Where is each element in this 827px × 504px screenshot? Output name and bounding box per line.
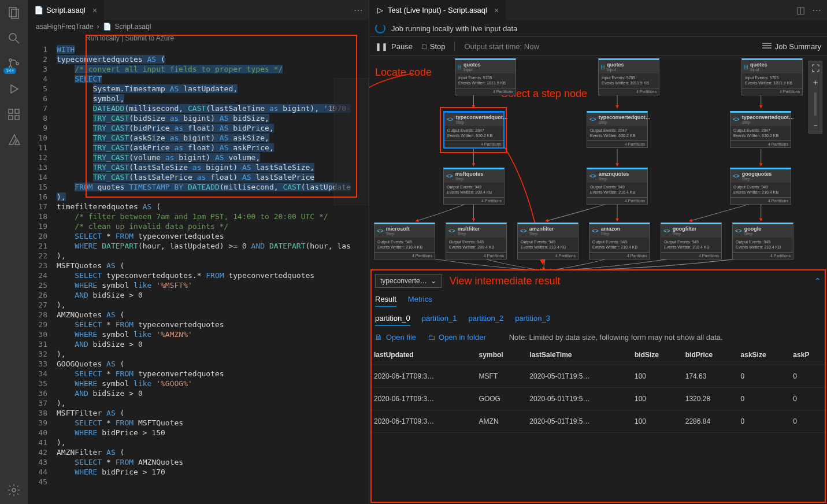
chevron-down-icon: ⌄ [431, 277, 436, 285]
annotation-locate: Locate code [375, 66, 432, 79]
stop-icon: □ [422, 42, 427, 51]
tab-partition-2[interactable]: partition_2 [468, 314, 503, 326]
explorer-icon[interactable] [7, 6, 21, 20]
tab-test-label: Test (Live Input) - Script.asaql [388, 6, 487, 14]
node-msftfilter[interactable]: <>msftfilterStepOutput Events: 949Events… [446, 223, 507, 260]
azure-icon[interactable] [7, 133, 21, 147]
results-panel: typeconverte…⌄ View intermediate result … [369, 270, 827, 504]
node-quotes-2[interactable]: ⌸quotesInputInput Events: 5705Events Wri… [598, 58, 659, 95]
spinner-icon [375, 23, 385, 34]
editor-more-icon[interactable]: ⋯ [348, 5, 369, 16]
node-amznquotes[interactable]: <>amznquotesStepOutput Events: 949Events… [587, 168, 648, 205]
svg-rect-8 [9, 109, 13, 113]
table-row[interactable]: 2020-06-17T09:3…GOOG2020-05-01T19:5…1001… [369, 388, 827, 410]
node-google[interactable]: <>googleStepOutput Events: 949Events Wri… [732, 223, 793, 260]
scm-badge: 1K+ [3, 68, 16, 74]
run-debug-icon[interactable] [7, 82, 21, 96]
results-table[interactable]: lastUpdatedsymbollastSaleTimebidSizebidP… [369, 345, 827, 504]
node-quotes-3[interactable]: ⌸quotesInputInput Events: 5705Events Wri… [741, 58, 803, 95]
zoom-in-icon[interactable]: ＋ [811, 75, 819, 90]
source-control-icon[interactable]: 1K+ [7, 57, 21, 71]
node-quotes-1[interactable]: ⌸quotesInputInput Events: 5705Events Wri… [455, 58, 516, 95]
codelens-run[interactable]: Run locally | Submit to Azure [28, 33, 369, 45]
output-start-time: Output start time: Now [464, 42, 539, 51]
node-microsoft[interactable]: <>microsoftStepOutput Events: 949Events … [374, 223, 435, 260]
input-icon: ⌸ [458, 64, 461, 70]
list-icon [762, 43, 772, 50]
results-note: Note: Limited by data size, following fo… [509, 333, 723, 342]
stop-button[interactable]: □Stop [422, 42, 446, 51]
right-tabs: ▷ Test (Live Input) - Script.asaql × ◫ ⋯ [369, 0, 827, 20]
node-typeconverted-1[interactable]: <>typeconvertedquot…StepOutput Events: 2… [443, 111, 505, 149]
zoom-controls: ⛶ ＋ － [809, 61, 822, 134]
node-googfilter[interactable]: <>googfilterStepOutput Events: 949Events… [661, 223, 722, 260]
node-amznfilter[interactable]: <>amznfilterStepOutput Events: 949Events… [517, 223, 578, 260]
zoom-slider[interactable] [814, 92, 817, 116]
tab-test-live[interactable]: ▷ Test (Live Input) - Script.asaql × [369, 0, 506, 20]
close-icon[interactable]: × [494, 6, 499, 15]
activity-bar: 1K+ [0, 0, 28, 504]
result-tabs: Result Metrics [369, 291, 827, 310]
status-row: Job running locally with live input data [369, 20, 827, 36]
partition-tabs: partition_0 partition_1 partition_2 part… [369, 310, 827, 329]
job-diagram[interactable]: Locate code Select a step node ⌸quotesIn… [369, 56, 827, 270]
editor-tab-script[interactable]: 📄 Script.asaql × [28, 0, 104, 20]
tab-partition-0[interactable]: partition_0 [375, 314, 410, 326]
svg-rect-10 [9, 116, 13, 120]
step-dropdown[interactable]: typeconverte…⌄ [375, 274, 442, 288]
split-editor-icon[interactable]: ◫ [796, 5, 805, 16]
svg-rect-9 [15, 109, 19, 113]
test-panel: ▷ Test (Live Input) - Script.asaql × ◫ ⋯… [369, 0, 827, 504]
breadcrumb[interactable]: asaHighFreqTrade › 📄 Script.asaql [28, 20, 369, 33]
node-msftquotes[interactable]: <>msftquotesStepOutput Events: 949Events… [443, 168, 505, 205]
table-row[interactable]: 2020-06-17T09:3…AMZN2020-05-01T19:5…1002… [369, 410, 827, 433]
minimap[interactable] [334, 78, 369, 205]
file-icon: 🗎 [375, 333, 383, 342]
pause-button[interactable]: ❚❚Pause [375, 42, 413, 51]
settings-gear-icon[interactable] [7, 483, 21, 497]
svg-point-2 [9, 34, 16, 40]
col-symbol[interactable]: symbol [474, 345, 525, 365]
node-googquotes[interactable]: <>googquotesStepOutput Events: 949Events… [730, 168, 791, 205]
zoom-fit-icon[interactable]: ⛶ [811, 61, 819, 75]
node-typeconverted-3[interactable]: <>typeconvertedquot…StepOutput Events: 2… [730, 111, 791, 148]
open-file-button[interactable]: 🗎Open file [375, 333, 416, 342]
folder-icon: 🗀 [428, 333, 435, 342]
col-askSize[interactable]: askSize [736, 345, 789, 365]
code-editor[interactable]: 1234567891011121314151617181920212223242… [28, 45, 369, 504]
job-summary-button[interactable]: Job Summary [762, 42, 821, 51]
node-typeconverted-2[interactable]: <>typeconvertedquot…StepOutput Events: 2… [587, 111, 648, 148]
collapse-icon[interactable]: ⌃ [814, 276, 821, 286]
pause-icon: ❚❚ [375, 42, 388, 51]
tab-metrics[interactable]: Metrics [408, 295, 432, 307]
close-icon[interactable]: × [92, 6, 97, 15]
node-amazon[interactable]: <>amazonStepOutput Events: 949Events Wri… [589, 223, 650, 260]
col-bidSize[interactable]: bidSize [630, 345, 681, 365]
code-body[interactable]: WITHtypeconvertedquotes AS ( /* convert … [57, 45, 369, 504]
more-icon[interactable]: ⋯ [812, 5, 821, 16]
svg-point-12 [12, 488, 16, 492]
editor-tabs: 📄 Script.asaql × ⋯ [28, 0, 369, 20]
col-bidPrice[interactable]: bidPrice [681, 345, 736, 365]
zoom-out-icon[interactable]: － [811, 118, 819, 133]
extensions-icon[interactable] [7, 108, 21, 121]
annotation-view: View intermediate result [450, 275, 561, 287]
svg-marker-7 [11, 85, 18, 93]
tab-partition-3[interactable]: partition_3 [515, 314, 550, 326]
svg-point-4 [9, 59, 12, 61]
editor-panel: 📄 Script.asaql × ⋯ asaHighFreqTrade › 📄 … [28, 0, 369, 504]
tab-result[interactable]: Result [375, 295, 396, 307]
status-text: Job running locally with live input data [391, 24, 517, 33]
test-toolbar: ❚❚Pause □Stop Output start time: Now Job… [369, 36, 827, 56]
svg-line-3 [16, 40, 19, 43]
col-lastSaleTime[interactable]: lastSaleTime [525, 345, 630, 365]
svg-point-6 [16, 62, 18, 65]
open-folder-button[interactable]: 🗀Open in folder [428, 333, 486, 342]
col-askP[interactable]: askP [788, 345, 827, 365]
col-lastUpdated[interactable]: lastUpdated [369, 345, 474, 365]
search-icon[interactable] [7, 31, 21, 45]
tab-partition-1[interactable]: partition_1 [422, 314, 457, 326]
step-icon: <> [447, 116, 454, 123]
editor-tab-label: Script.asaql [46, 6, 86, 14]
table-row[interactable]: 2020-06-17T09:3…MSFT2020-05-01T19:5…1001… [369, 365, 827, 388]
